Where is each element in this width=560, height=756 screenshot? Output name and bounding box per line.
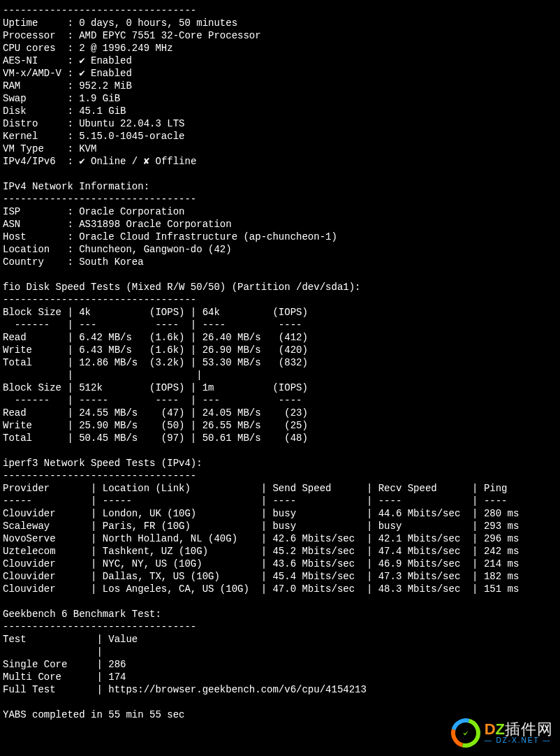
terminal-output: --------------------------------- Uptime… [0, 0, 560, 725]
watermark-url: — DZ-X.NET — [485, 737, 551, 745]
